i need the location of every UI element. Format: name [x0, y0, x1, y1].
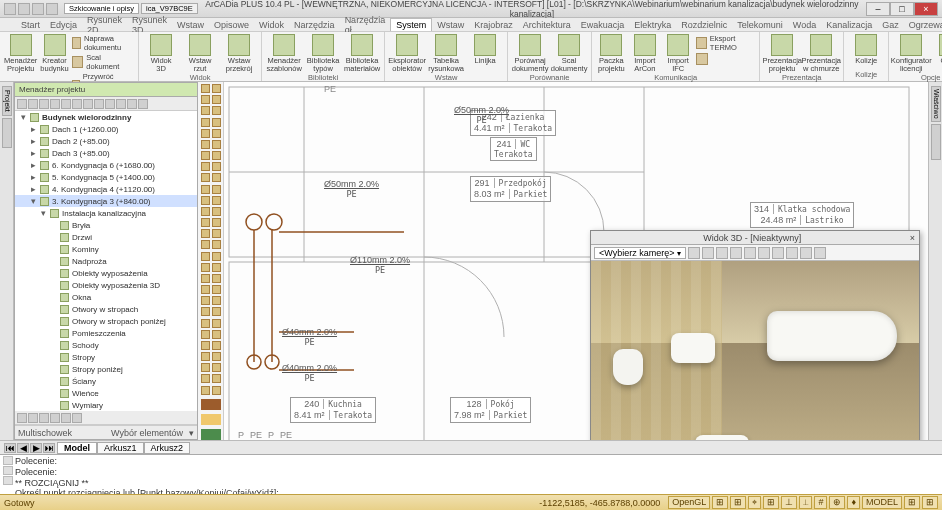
- ribbon-button[interactable]: Scaldokumenty: [551, 34, 587, 73]
- bulb-icon[interactable]: [201, 185, 210, 194]
- toolbar-icon[interactable]: [50, 413, 60, 423]
- qat-icon[interactable]: [4, 3, 16, 15]
- command-window[interactable]: Polecenie:Polecenie:** ROZCIĄGNIJ **Okre…: [0, 454, 942, 494]
- ribbon-button[interactable]: Linijka: [467, 34, 503, 65]
- status-toggle[interactable]: ⊥: [781, 496, 797, 509]
- layer-icon-row[interactable]: [201, 296, 221, 305]
- menu-tab[interactable]: Elektryka: [629, 19, 676, 31]
- dock-tab[interactable]: [931, 124, 941, 160]
- lock-icon[interactable]: [212, 285, 221, 294]
- tree-node[interactable]: ▸5. Kondygnacja 5 (+1400.00): [15, 171, 197, 183]
- menu-tab[interactable]: Start: [16, 19, 45, 31]
- status-toggle[interactable]: ⊞: [763, 496, 779, 509]
- tree-node[interactable]: Stropy: [15, 351, 197, 363]
- bulb-icon[interactable]: [201, 162, 210, 171]
- view3d-tool-icon[interactable]: [716, 247, 728, 259]
- tree-node[interactable]: ▸Dach 3 (+85.00): [15, 147, 197, 159]
- bulb-icon[interactable]: [201, 240, 210, 249]
- bulb-icon[interactable]: [201, 363, 210, 372]
- view3d-tool-icon[interactable]: [730, 247, 742, 259]
- tree-node[interactable]: Otwory w stropach: [15, 303, 197, 315]
- tree-node[interactable]: Bryła: [15, 219, 197, 231]
- menu-tab[interactable]: Rozdzielnic: [676, 19, 732, 31]
- lock-icon[interactable]: [212, 274, 221, 283]
- view3d-close-icon[interactable]: ×: [910, 233, 915, 243]
- ribbon-small-button[interactable]: Eksport TERMO: [696, 34, 755, 52]
- view3d-tool-icon[interactable]: [702, 247, 714, 259]
- ribbon-button[interactable]: Widok3D: [143, 34, 179, 73]
- layer-icon-row[interactable]: [201, 95, 221, 104]
- ribbon-button[interactable]: Kolizje: [848, 34, 884, 65]
- lock-icon[interactable]: [212, 106, 221, 115]
- ribbon-button[interactable]: Porównajdokumenty: [512, 34, 548, 73]
- menu-tab[interactable]: Widok: [254, 19, 289, 31]
- color-patch[interactable]: [201, 399, 221, 410]
- sheet-tab[interactable]: Model: [57, 442, 97, 454]
- status-toggle[interactable]: ⊞: [904, 496, 920, 509]
- lock-icon[interactable]: [212, 95, 221, 104]
- lock-icon[interactable]: [212, 129, 221, 138]
- status-toggle[interactable]: ⊞: [922, 496, 938, 509]
- toolbar-icon[interactable]: [50, 99, 60, 109]
- tree-node[interactable]: ▾Budynek wielorodzinny: [15, 111, 197, 123]
- menu-tab[interactable]: Wstaw: [172, 19, 209, 31]
- lock-icon[interactable]: [212, 84, 221, 93]
- bulb-icon[interactable]: [201, 218, 210, 227]
- view3d-render[interactable]: [591, 261, 919, 440]
- status-toggle[interactable]: ⟂: [799, 496, 812, 509]
- ribbon-small-button[interactable]: [696, 53, 755, 65]
- layer-icon-row[interactable]: [201, 363, 221, 372]
- status-toggle[interactable]: ⊞: [712, 496, 728, 509]
- menu-tab[interactable]: Ewakuacja: [576, 19, 630, 31]
- menu-tab[interactable]: Kanalizacja: [821, 19, 877, 31]
- ribbon-small-button[interactable]: Naprawa dokumentu: [72, 34, 134, 52]
- tree-node[interactable]: Wymiary: [15, 399, 197, 411]
- tree-node[interactable]: Obiekty wyposażenia: [15, 267, 197, 279]
- dock-tab[interactable]: Projekt: [2, 86, 12, 116]
- tree-twisty[interactable]: ▸: [29, 184, 37, 194]
- bulb-icon[interactable]: [201, 319, 210, 328]
- lock-icon[interactable]: [212, 240, 221, 249]
- view3d-tool-icon[interactable]: [786, 247, 798, 259]
- bulb-icon[interactable]: [201, 229, 210, 238]
- menu-tab[interactable]: Edycja: [45, 19, 82, 31]
- bulb-icon[interactable]: [201, 106, 210, 115]
- lock-icon[interactable]: [212, 341, 221, 350]
- bulb-icon[interactable]: [201, 285, 210, 294]
- bulb-icon[interactable]: [201, 330, 210, 339]
- tree-node[interactable]: ▸6. Kondygnacja 6 (+1680.00): [15, 159, 197, 171]
- menu-tab[interactable]: System: [390, 18, 432, 31]
- ribbon-button[interactable]: Opcje: [932, 34, 942, 65]
- layer-icon-row[interactable]: [201, 386, 221, 395]
- menu-tab[interactable]: Woda: [788, 19, 821, 31]
- status-toggle[interactable]: ⌖: [748, 496, 761, 509]
- view3d-tool-icon[interactable]: [800, 247, 812, 259]
- lock-icon[interactable]: [212, 140, 221, 149]
- ribbon-button[interactable]: ImportArCon: [630, 34, 660, 73]
- lock-icon[interactable]: [212, 374, 221, 383]
- layer-icon-row[interactable]: [201, 263, 221, 272]
- maximize-button[interactable]: □: [890, 2, 914, 16]
- project-tree[interactable]: ▾Budynek wielorodzinny▸Dach 1 (+1260.00)…: [15, 111, 197, 411]
- layer-icon-row[interactable]: [201, 319, 221, 328]
- footer-label[interactable]: Multischowek: [18, 428, 72, 438]
- view3d-tool-icon[interactable]: [744, 247, 756, 259]
- lock-icon[interactable]: [212, 252, 221, 261]
- menu-tab[interactable]: Architektura: [518, 19, 576, 31]
- layer-icon-row[interactable]: [201, 252, 221, 261]
- qat-icon[interactable]: [32, 3, 44, 15]
- cmd-btn[interactable]: [3, 456, 13, 465]
- close-button[interactable]: ×: [914, 2, 938, 16]
- tree-twisty[interactable]: ▸: [29, 136, 37, 146]
- bulb-icon[interactable]: [201, 252, 210, 261]
- view3d-tool-icon[interactable]: [814, 247, 826, 259]
- lock-icon[interactable]: [212, 319, 221, 328]
- title-tab[interactable]: ica_V97BC9E: [141, 3, 198, 14]
- ribbon-button[interactable]: Konfiguratorlicencji: [893, 34, 929, 73]
- color-patch[interactable]: [201, 414, 221, 425]
- bulb-icon[interactable]: [201, 207, 210, 216]
- tree-node[interactable]: ▸4. Kondygnacja 4 (+1120.00): [15, 183, 197, 195]
- qat-icon[interactable]: [46, 3, 58, 15]
- tree-node[interactable]: Nadproża: [15, 255, 197, 267]
- tree-twisty[interactable]: ▾: [29, 196, 37, 206]
